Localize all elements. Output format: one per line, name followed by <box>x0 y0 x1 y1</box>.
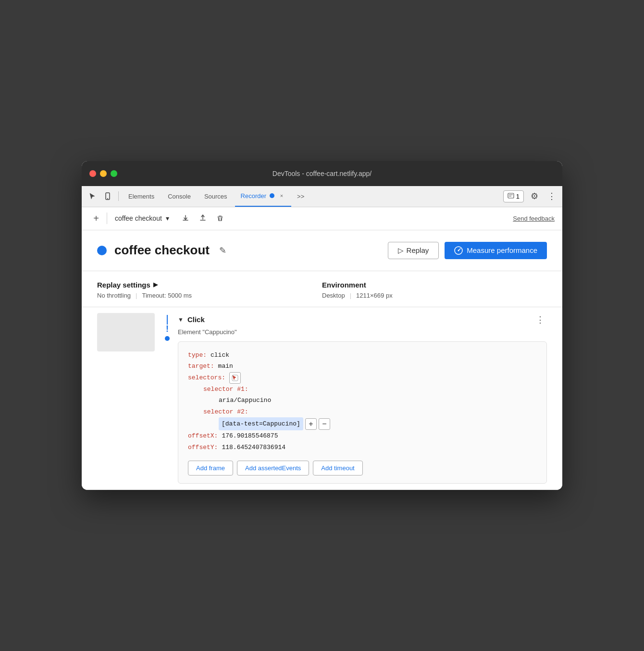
selector1-key: selector #1: <box>203 384 248 395</box>
measure-button-label: Measure performance <box>467 246 537 254</box>
offsetY-key: offsetY: <box>188 442 218 453</box>
header-actions: ▷ Replay Measure performance <box>388 242 547 259</box>
main-content: coffee checkout ✎ ▷ Replay Measure perfo… <box>82 230 562 490</box>
selector2-highlighted-val: [data-test=Cappucino] <box>219 417 303 430</box>
settings-details: No throttling | Timeout: 5000 ms <box>97 292 322 299</box>
replay-button[interactable]: ▷ Replay <box>388 242 439 259</box>
recording-dropdown-label: coffee checkout <box>115 214 162 222</box>
selector-add-button[interactable]: + <box>305 418 317 430</box>
recorder-action-icons <box>179 212 227 225</box>
edit-icon[interactable]: ✎ <box>219 245 226 256</box>
import-icon[interactable] <box>196 212 210 225</box>
delete-icon[interactable] <box>213 212 227 225</box>
selector1-val: aria/Cappucino <box>219 395 271 406</box>
steps-section: ! ▼ Click ⋮ Element "Cappucino" type: <box>82 307 562 490</box>
type-key: type: <box>188 350 207 361</box>
separator: | <box>350 292 351 299</box>
step-content: ▼ Click ⋮ Element "Cappucino" type: clic… <box>178 313 547 484</box>
selectors-key: selectors: <box>188 372 225 383</box>
action-buttons: Add frame Add assertedEvents Add timeout <box>188 461 537 476</box>
selector2-key: selector #2: <box>203 406 248 417</box>
element-picker-icon[interactable] <box>229 372 241 384</box>
desktop-label: Desktop <box>322 292 345 299</box>
tab-recorder-label: Recorder <box>241 192 266 200</box>
step-thumbnail <box>97 313 155 351</box>
devtools-toolbar: Elements Console Sources Recorder × >> 1… <box>82 186 562 207</box>
tab-more-button[interactable]: >> <box>293 193 308 200</box>
replay-settings-left: Replay settings ▶ No throttling | Timeou… <box>97 281 322 299</box>
code-block: type: click target: main selectors: <box>178 341 547 484</box>
recorder-toolbar: + coffee checkout ▾ <box>82 207 562 230</box>
code-line-type: type: click <box>188 350 537 361</box>
titlebar: DevTools - coffee-cart.netlify.app/ <box>82 161 562 186</box>
step-dot <box>165 336 170 341</box>
offsetY-val: 118.6452407836914 <box>222 442 285 453</box>
messages-button[interactable]: 1 <box>503 190 524 202</box>
target-val: main <box>218 361 233 372</box>
performance-icon <box>454 246 463 255</box>
mobile-icon[interactable] <box>101 189 114 203</box>
play-icon: ▷ <box>398 246 404 255</box>
tab-close-icon[interactable]: × <box>278 192 285 200</box>
chat-icon <box>508 193 514 200</box>
code-line-offsetY: offsetY: 118.6452407836914 <box>188 442 537 453</box>
replay-button-label: Replay <box>407 246 429 254</box>
rec-divider <box>107 213 107 224</box>
step-name: Click <box>187 315 205 324</box>
tab-elements[interactable]: Elements <box>123 186 160 207</box>
minimize-button[interactable] <box>100 170 107 177</box>
recording-title: coffee checkout <box>114 243 210 258</box>
code-line-selector2-key: selector #2: <box>203 406 537 417</box>
recording-dropdown[interactable]: coffee checkout ▾ <box>111 213 173 224</box>
recording-header: coffee checkout ✎ ▷ Replay Measure perfo… <box>82 230 562 271</box>
environment-title: Environment <box>322 281 547 289</box>
add-recording-button[interactable]: + <box>89 212 103 225</box>
arrow-right-icon: ▶ <box>153 281 158 288</box>
warning-icon: ! <box>162 325 172 334</box>
step-more-button[interactable]: ⋮ <box>533 313 547 326</box>
step-element: Element "Cappucino" <box>178 328 547 336</box>
resolution-label: 1211×669 px <box>356 292 393 299</box>
svg-point-7 <box>458 250 459 251</box>
step-header: ▼ Click ⋮ <box>178 313 547 326</box>
code-line-selector1-key: selector #1: <box>203 384 537 395</box>
offsetX-val: 176.90185546875 <box>222 430 278 441</box>
selector-remove-button[interactable]: − <box>319 418 330 430</box>
messages-count: 1 <box>516 193 520 200</box>
code-line-selector2-val: [data-test=Cappucino] + − <box>219 417 537 430</box>
more-options-icon[interactable]: ⋮ <box>545 189 558 203</box>
replay-settings-label: Replay settings <box>97 281 150 289</box>
tab-recorder[interactable]: Recorder × <box>235 186 291 207</box>
expand-icon[interactable]: ▼ <box>178 316 184 323</box>
tab-console[interactable]: Console <box>162 186 197 207</box>
send-feedback-link[interactable]: Send feedback <box>513 215 555 222</box>
export-icon[interactable] <box>179 212 192 225</box>
step-line <box>167 315 168 325</box>
step-connector: ! <box>162 315 172 341</box>
throttling-label: No throttling <box>97 292 131 299</box>
toolbar-right: 1 ⚙ ⋮ <box>503 189 558 203</box>
tab-sources[interactable]: Sources <box>198 186 233 207</box>
add-timeout-button[interactable]: Add timeout <box>313 461 362 476</box>
timeout-label: Timeout: 5000 ms <box>142 292 192 299</box>
chevron-down-icon: ▾ <box>166 214 169 222</box>
settings-icon[interactable]: ⚙ <box>528 189 541 203</box>
svg-rect-3 <box>508 193 514 198</box>
add-frame-button[interactable]: Add frame <box>188 461 233 476</box>
add-asserted-events-button[interactable]: Add assertedEvents <box>237 461 309 476</box>
replay-settings-toggle[interactable]: Replay settings ▶ <box>97 281 322 289</box>
code-line-selectors: selectors: <box>188 372 537 384</box>
code-line-selector1-val: aria/Cappucino <box>219 395 537 406</box>
cursor-icon[interactable] <box>86 189 99 203</box>
recording-status-dot <box>97 246 107 255</box>
settings-section: Replay settings ▶ No throttling | Timeou… <box>82 271 562 307</box>
code-line-target: target: main <box>188 361 537 372</box>
environment-settings-right: Environment Desktop | 1211×669 px <box>322 281 547 299</box>
target-key: target: <box>188 361 214 372</box>
devtools-window: DevTools - coffee-cart.netlify.app/ Elem… <box>82 161 562 490</box>
maximize-button[interactable] <box>111 170 117 177</box>
separator: | <box>136 292 137 299</box>
code-line-offsetX: offsetX: 176.90185546875 <box>188 430 537 441</box>
measure-performance-button[interactable]: Measure performance <box>445 242 547 259</box>
close-button[interactable] <box>89 170 96 177</box>
